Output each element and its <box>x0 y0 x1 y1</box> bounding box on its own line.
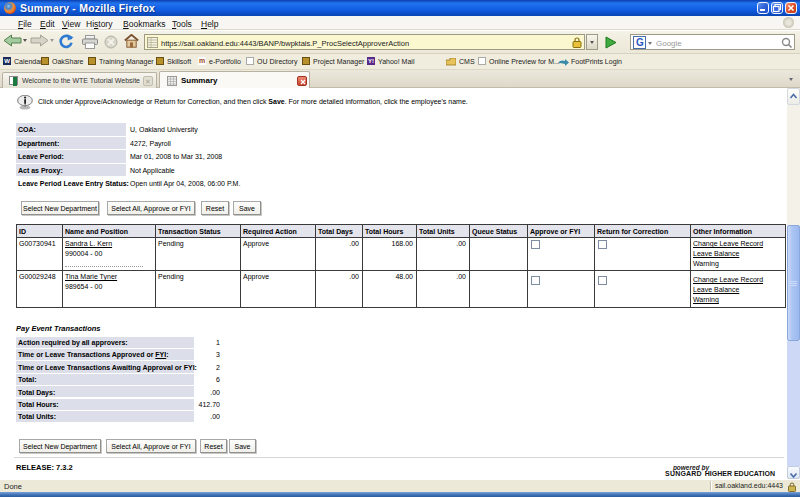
svg-text:G: G <box>636 37 644 48</box>
